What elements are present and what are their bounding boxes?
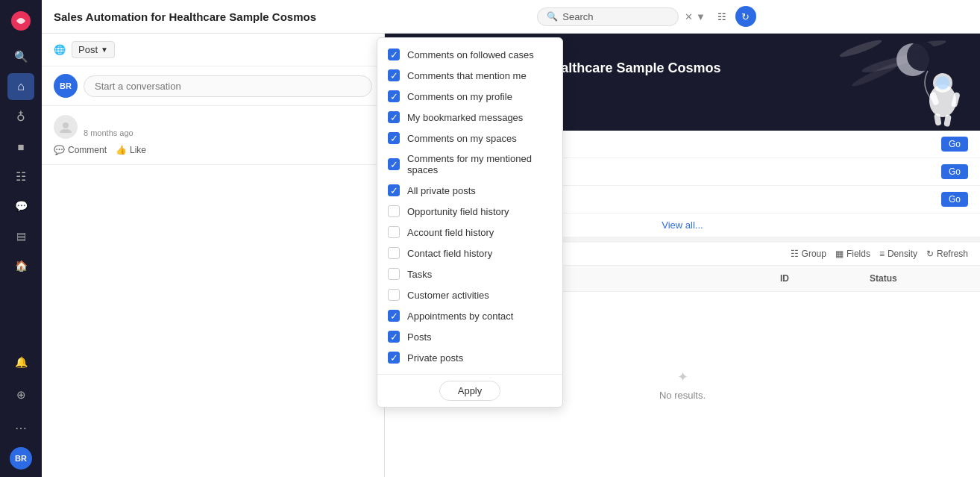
dropdown-scroll[interactable]: ✓Comments on followed cases✓Comments tha…: [377, 38, 562, 374]
empty-text: No results.: [659, 390, 706, 401]
user-avatar[interactable]: BR: [10, 447, 32, 470]
dropdown-item-label: Comments for my mentioned spaces: [407, 153, 552, 175]
dropdown-item-label: Private posts: [407, 352, 463, 364]
dropdown-item[interactable]: Account field history: [377, 222, 562, 243]
go-button[interactable]: Go: [941, 192, 968, 207]
post-actions: 💬 Comment 👍 Like: [54, 145, 372, 155]
svg-point-1: [63, 122, 69, 128]
chart-nav-icon[interactable]: ▤: [7, 222, 34, 249]
checkbox-icon: ✓: [388, 69, 400, 81]
bell-nav-icon[interactable]: 🔔: [7, 349, 34, 375]
dropdown-item[interactable]: ✓Comments on my spaces: [377, 128, 562, 149]
svg-point-7: [907, 41, 937, 71]
svg-point-2: [838, 37, 883, 60]
dropdown-item-label: Comments that mention me: [407, 70, 527, 81]
dropdown-footer: Apply: [377, 374, 562, 407]
checkbox-icon: [388, 226, 400, 238]
post-author: [84, 117, 134, 128]
grid-nav-icon[interactable]: ☷: [7, 163, 34, 190]
post-label: Post: [78, 44, 98, 55]
go-button[interactable]: Go: [941, 164, 968, 179]
search-box: 🔍: [537, 7, 679, 26]
checkbox-icon: ✓: [388, 132, 400, 144]
dropdown-item[interactable]: ✓My bookmarked messages: [377, 107, 562, 128]
dropdown-item-label: Contact field history: [407, 248, 492, 259]
comment-icon: 💬: [54, 145, 65, 155]
dropdown-item[interactable]: ✓Comments for my mentioned spaces: [377, 149, 562, 180]
post-avatar: [54, 115, 78, 139]
house-nav-icon[interactable]: 🏠: [7, 252, 34, 279]
dropdown-item[interactable]: Customer activities: [377, 284, 562, 305]
dropdown-item[interactable]: ✓Private posts: [377, 347, 562, 368]
feed-panel: 🌐 Post ▼ BR 8 months ago: [42, 34, 385, 477]
apply-button[interactable]: Apply: [439, 381, 501, 401]
feed-header: 🌐 Post ▼: [42, 34, 384, 66]
dropdown-item-label: Comments on followed cases: [407, 49, 534, 60]
refresh-button[interactable]: ↻: [735, 6, 756, 27]
content-area: 🌐 Post ▼ BR 8 months ago: [42, 34, 980, 477]
dropdown-item[interactable]: ✓All private posts: [377, 180, 562, 201]
sidebar-logo[interactable]: [7, 7, 34, 34]
globe-icon: 🌐: [54, 44, 66, 55]
refresh-table-icon: ↻: [926, 249, 934, 259]
top-bar: Sales Automation for Healthcare Sample C…: [42, 0, 980, 34]
checkbox-icon: [388, 247, 400, 259]
dropdown-item-label: Posts: [407, 331, 432, 343]
sidebar: 🔍 ⌂ ♁ ■ ☷ 💬 ▤ 🏠 🔔 ⊕ ⋯ BR: [0, 0, 42, 477]
dropdown-item-label: My bookmarked messages: [407, 112, 523, 123]
dropdown-item[interactable]: ✓Appointments by contact: [377, 305, 562, 326]
dropdown-item-label: Opportunity field history: [407, 206, 509, 217]
group-icon: ☷: [791, 249, 799, 259]
checkbox-icon: ✓: [388, 111, 400, 123]
checkbox-icon: ✓: [388, 352, 400, 364]
dropdown-item[interactable]: Tasks: [377, 264, 562, 284]
dropdown-item-label: Appointments by contact: [407, 311, 513, 322]
search-close-button[interactable]: ✕ ▼: [685, 11, 705, 22]
col-id: ID: [774, 270, 864, 287]
checkbox-icon: [388, 205, 400, 217]
globe-nav-icon[interactable]: ♁: [7, 103, 34, 130]
checkbox-icon: ✓: [388, 331, 400, 343]
filter-dropdown: ✓Comments on followed cases✓Comments tha…: [377, 37, 563, 408]
comment-button[interactable]: 💬 Comment: [54, 145, 107, 155]
empty-icon: ✦: [677, 369, 688, 385]
dropdown-item-label: Account field history: [407, 227, 494, 238]
feed-post: 8 months ago 💬 Comment 👍 Like: [42, 106, 384, 165]
density-icon: ≡: [879, 249, 885, 259]
apps-nav-icon[interactable]: ⋯: [7, 414, 34, 441]
feed-compose: BR: [42, 66, 384, 106]
checkbox-icon: [388, 289, 400, 301]
post-dropdown[interactable]: Post ▼: [72, 41, 115, 58]
checkbox-icon: ✓: [388, 90, 400, 102]
dropdown-item[interactable]: Contact field history: [377, 243, 562, 264]
fields-button[interactable]: ▦ Fields: [835, 249, 870, 259]
checkbox-icon: [388, 268, 400, 280]
dropdown-item-label: Tasks: [407, 269, 432, 280]
density-button[interactable]: ≡ Density: [879, 249, 917, 259]
chat-nav-icon[interactable]: 💬: [7, 193, 34, 219]
puzzle-nav-icon[interactable]: ⊕: [7, 381, 34, 408]
group-button[interactable]: ☷ Group: [791, 249, 826, 259]
dropdown-item[interactable]: ✓Posts: [377, 326, 562, 347]
checkbox-icon: ✓: [388, 184, 400, 196]
people-nav-icon[interactable]: ■: [7, 133, 34, 160]
dropdown-item[interactable]: ✓Comments on followed cases: [377, 44, 562, 65]
dropdown-item[interactable]: Opportunity field history: [377, 201, 562, 222]
checkbox-icon: ✓: [388, 49, 400, 60]
home-nav-icon[interactable]: ⌂: [7, 73, 34, 100]
density-label: Density: [888, 249, 917, 259]
post-chevron-icon: ▼: [101, 46, 108, 54]
compose-input[interactable]: [84, 75, 372, 97]
search-input[interactable]: [562, 11, 669, 22]
dropdown-item-label: All private posts: [407, 185, 476, 196]
filter-button[interactable]: ☷: [712, 6, 732, 27]
col-status: Status: [864, 270, 968, 287]
search-nav-icon[interactable]: 🔍: [7, 43, 34, 70]
go-button[interactable]: Go: [941, 137, 968, 152]
like-button[interactable]: 👍 Like: [116, 145, 146, 155]
refresh-table-button[interactable]: ↻ Refresh: [926, 249, 968, 259]
fields-icon: ▦: [835, 249, 844, 259]
dropdown-item[interactable]: ✓Comments on my profile: [377, 86, 562, 107]
dropdown-item[interactable]: ✓Comments that mention me: [377, 65, 562, 86]
search-toolbar: ☷ ↻: [712, 6, 756, 27]
